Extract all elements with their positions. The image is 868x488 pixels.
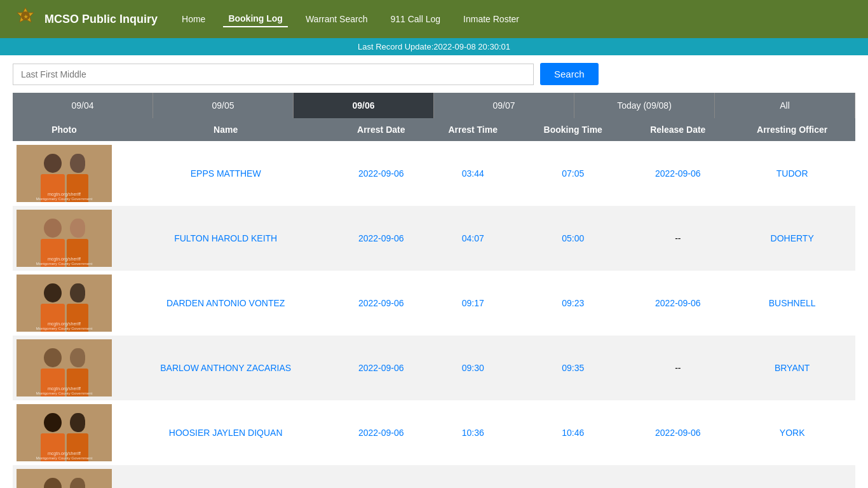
photo-cell: mcgtn.org/sheriffMontgomery County Gover… (13, 271, 116, 336)
arrest-time-cell: 10:36 (426, 400, 519, 465)
booking-time-cell: 10:46 (519, 400, 627, 465)
officer-link[interactable]: BRYANT (775, 363, 810, 373)
sheriff-badge-icon: ★ (13, 6, 38, 32)
table-row: mcgtn.org/sheriffMontgomery County Gover… (13, 465, 855, 488)
front-shot (41, 469, 65, 488)
name-link[interactable]: EPPS MATTHEW (191, 168, 261, 179)
arresting-officer-cell[interactable]: YORK (729, 400, 855, 465)
name-link[interactable]: FULTON HAROLD KEITH (174, 233, 277, 243)
tab-0905[interactable]: 09/05 (153, 93, 294, 118)
tab-today[interactable]: Today (09/08) (574, 93, 715, 118)
booking-time-cell: 10:44 (519, 465, 627, 488)
col-arrest-time: Arrest Time (426, 118, 519, 141)
release-date-cell: 2022-09-06 (627, 271, 729, 336)
arrest-date-cell[interactable]: 2022-09-06 (336, 141, 426, 206)
table-header-row: Photo Name Arrest Date Arrest Time Booki… (13, 118, 855, 141)
arrest-date-cell[interactable]: 2022-09-06 (336, 206, 426, 271)
photo-cell: mcgtn.org/sheriffMontgomery County Gover… (13, 206, 116, 271)
arresting-officer-cell[interactable]: TUDOR (729, 141, 855, 206)
release-date-link[interactable]: 2022-09-06 (655, 168, 701, 179)
arrest-date-cell[interactable]: 2022-09-06 (336, 336, 426, 400)
officer-link[interactable]: YORK (780, 428, 805, 438)
mug-shots: mcgtn.org/sheriffMontgomery County Gover… (17, 274, 112, 332)
name-link[interactable]: HOOSIER JAYLEN DIQUAN (169, 428, 283, 438)
mug-shots: mcgtn.org/sheriffMontgomery County Gover… (17, 404, 112, 461)
arrest-time-cell: 03:44 (426, 141, 519, 206)
booking-time: 07:05 (562, 168, 584, 179)
arrest-time-cell: 09:30 (426, 336, 519, 400)
col-arrest-date: Arrest Date (336, 118, 426, 141)
photo-cell: mcgtn.org/sheriffMontgomery County Gover… (13, 400, 116, 465)
tab-0906[interactable]: 09/06 (294, 93, 434, 118)
name-link[interactable]: BARLOW ANTHONY ZACARIAS (160, 363, 291, 373)
arrest-date-cell[interactable]: 2022-09-06 (336, 400, 426, 465)
arrest-time-cell: 04:07 (426, 206, 519, 271)
arrest-date-link[interactable]: 2022-09-06 (358, 363, 404, 373)
arrest-time: 09:17 (462, 298, 484, 308)
brand: ★ MCSO Public Inquiry (13, 6, 158, 32)
arresting-officer-cell[interactable]: DOHERTY (729, 206, 855, 271)
mug-shots: mcgtn.org/sheriffMontgomery County Gover… (17, 145, 112, 202)
release-date-cell: 2022-09-06 (627, 141, 729, 206)
col-name: Name (116, 118, 336, 141)
arrest-time: 03:44 (462, 168, 484, 179)
officer-link[interactable]: TUDOR (776, 168, 808, 179)
arresting-officer-cell[interactable]: BRYANT (729, 336, 855, 400)
booking-time-cell: 07:05 (519, 141, 627, 206)
arrest-time: 09:30 (462, 363, 484, 373)
name-cell[interactable]: BARLOW ANTHONY ZACARIAS (116, 336, 336, 400)
nav-booking-log[interactable]: Booking Log (223, 11, 288, 27)
tab-all[interactable]: All (715, 93, 855, 118)
arrest-time-cell: 09:17 (426, 271, 519, 336)
booking-time: 05:00 (562, 233, 584, 243)
main-content: 09/04 09/05 09/06 09/07 Today (09/08) Al… (0, 93, 868, 488)
photo-cell: mcgtn.org/sheriffMontgomery County Gover… (13, 336, 116, 400)
tab-0907[interactable]: 09/07 (434, 93, 574, 118)
arrest-date-link[interactable]: 2022-09-06 (358, 233, 404, 243)
mug-shots: mcgtn.org/sheriffMontgomery County Gover… (17, 210, 112, 267)
mug-shots: mcgtn.org/sheriffMontgomery County Gover… (17, 469, 112, 488)
table-row: mcgtn.org/sheriffMontgomery County Gover… (13, 206, 855, 271)
nav-warrant-search[interactable]: Warrant Search (301, 11, 373, 27)
name-cell[interactable]: DARDEN ANTONIO VONTEZ (116, 271, 336, 336)
release-date-link[interactable]: 2022-09-06 (655, 428, 701, 438)
arrest-time: 10:36 (462, 428, 484, 438)
col-photo: Photo (13, 118, 116, 141)
table-row: mcgtn.org/sheriffMontgomery County Gover… (13, 271, 855, 336)
arrest-date-link[interactable]: 2022-09-06 (358, 428, 404, 438)
name-cell[interactable]: FULTON HAROLD KEITH (116, 206, 336, 271)
nav-911-call-log[interactable]: 911 Call Log (385, 11, 445, 27)
release-date-cell: -- (627, 206, 729, 271)
officer-link[interactable]: DOHERTY (771, 233, 814, 243)
arresting-officer-cell[interactable]: BUSHNELL (729, 271, 855, 336)
arrest-date-link[interactable]: 2022-09-06 (358, 168, 404, 179)
booking-table: Photo Name Arrest Date Arrest Time Booki… (13, 118, 855, 488)
name-cell[interactable]: STEVENS HAYDEN NEIL (116, 465, 336, 488)
tab-0904[interactable]: 09/04 (13, 93, 153, 118)
photo-cell: mcgtn.org/sheriffMontgomery County Gover… (13, 465, 116, 488)
col-arresting-officer: Arresting Officer (729, 118, 855, 141)
nav-inmate-roster[interactable]: Inmate Roster (458, 11, 524, 27)
arrest-date-link[interactable]: 2022-09-06 (358, 298, 404, 308)
arrest-date-cell[interactable]: 2022-09-06 (336, 271, 426, 336)
mug-shots: mcgtn.org/sheriffMontgomery County Gover… (17, 339, 112, 396)
search-button[interactable]: Search (540, 63, 599, 85)
booking-time: 10:46 (562, 428, 584, 438)
booking-time-cell: 09:23 (519, 271, 627, 336)
name-cell[interactable]: EPPS MATTHEW (116, 141, 336, 206)
search-input[interactable] (13, 64, 534, 85)
name-cell[interactable]: HOOSIER JAYLEN DIQUAN (116, 400, 336, 465)
booking-time-cell: 05:00 (519, 206, 627, 271)
arresting-officer-cell[interactable]: YORK (729, 465, 855, 488)
arrest-date-cell[interactable]: 2022-09-06 (336, 465, 426, 488)
release-date-link[interactable]: 2022-09-06 (655, 298, 701, 308)
table-row: mcgtn.org/sheriffMontgomery County Gover… (13, 400, 855, 465)
release-date-cell: 2022-09-06 (627, 400, 729, 465)
table-row: mcgtn.org/sheriffMontgomery County Gover… (13, 141, 855, 206)
booking-time-cell: 09:35 (519, 336, 627, 400)
arrest-time: 04:07 (462, 233, 484, 243)
officer-link[interactable]: BUSHNELL (769, 298, 816, 308)
name-link[interactable]: DARDEN ANTONIO VONTEZ (166, 298, 285, 308)
booking-time: 09:23 (562, 298, 584, 308)
nav-home[interactable]: Home (177, 11, 210, 27)
